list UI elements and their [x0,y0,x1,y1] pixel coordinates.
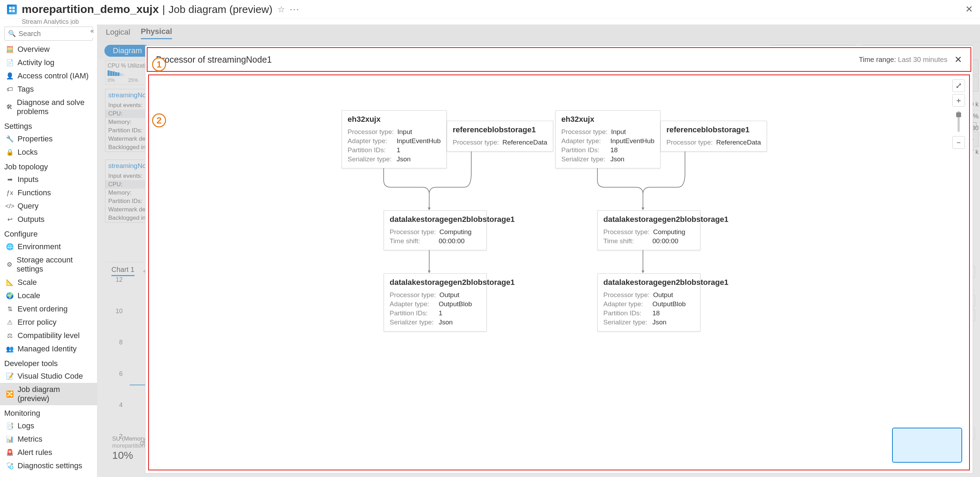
svg-rect-0 [9,6,11,9]
sidebar-item-scale[interactable]: 📐Scale [0,276,97,289]
environment-icon: 🌐 [6,243,13,250]
node-computing-1[interactable]: datalakestoragegen2blobstorage1 Processo… [383,210,487,250]
modal-body: eh32xujx Processor type:Input Adapter ty… [148,74,970,471]
svg-rect-2 [9,10,11,12]
sidebar-item-alert-rules[interactable]: 🚨Alert rules [0,446,97,459]
processor-modal: Processor of streamingNode1 Time range: … [145,46,973,474]
sidebar-item-label: Outputs [18,215,45,224]
sidebar-item-error-policy[interactable]: ⚠Error policy [0,316,97,329]
sidebar-item-overview[interactable]: 🧮Overview [0,43,97,56]
zoom-slider[interactable] [958,111,960,132]
svg-marker-6 [641,208,644,210]
sidebar-item-storage-account-settings[interactable]: ⚙Storage account settings [0,254,97,276]
sidebar-search-input[interactable] [19,30,97,38]
zoom-fit-icon[interactable]: ⤢ [952,79,965,92]
access-icon: 👤 [6,73,13,79]
sidebar-item-environment[interactable]: 🌐Environment [0,240,97,254]
section-automation: Automation [0,472,97,477]
minimap[interactable] [892,428,962,463]
node-input-eh32xujx-1[interactable]: eh32xujx Processor type:Input Adapter ty… [342,110,447,168]
sidebar-item-logs[interactable]: 📑Logs [0,419,97,433]
compatibility-icon: ⚖ [6,332,13,339]
sidebar-item-properties[interactable]: 🔧Properties [0,132,97,146]
diagnostic-icon: 🩺 [6,462,13,469]
zoom-out-icon[interactable]: － [952,136,965,149]
logs-icon: 📑 [6,422,13,429]
sidebar-item-compatibility-level[interactable]: ⚖Compatibility level [0,329,97,342]
storage-icon: ⚙ [6,261,12,268]
modal-zoom-toolbar[interactable]: ⤢ ＋ － [952,79,965,149]
diagnose-icon: 🛠 [6,104,13,111]
sidebar-item-outputs[interactable]: ↩Outputs [0,213,97,226]
modal-close-icon[interactable]: ✕ [955,54,962,65]
alert-icon: 🚨 [6,449,13,456]
modal-time-range: Time range: Last 30 minutes [859,55,947,64]
sidebar-item-label: Error policy [18,318,56,327]
modal-title: Processor of streamingNode1 [156,55,859,65]
visual-icon: 📝 [6,373,13,380]
node-input-eh32xujx-2[interactable]: eh32xujx Processor type:Input Adapter ty… [555,110,660,168]
node-output-2[interactable]: datalakestoragegen2blobstorage1 Processo… [597,273,700,331]
svg-rect-3 [12,10,15,12]
node-reference-1[interactable]: referenceblobstorage1 Processor type:Ref… [447,121,553,152]
svg-marker-7 [641,271,644,273]
sidebar-item-label: Diagnose and solve problems [17,98,91,116]
sidebar: 🔍 « 🧮Overview📄Activity log👤Access contro… [0,24,97,477]
job-icon: 🔀 [6,391,13,398]
sidebar-item-access-control-iam-[interactable]: 👤Access control (IAM) [0,69,97,82]
sidebar-item-functions[interactable]: ƒxFunctions [0,186,97,200]
sidebar-item-query[interactable]: </>Query [0,200,97,213]
annotation-2: 2 [152,113,166,127]
sidebar-item-event-ordering[interactable]: ⇅Event ordering [0,303,97,316]
event-icon: ⇅ [6,306,13,312]
sidebar-item-label: Compatibility level [18,331,80,340]
sidebar-item-diagnostic-settings[interactable]: 🩺Diagnostic settings [0,459,97,472]
sidebar-item-visual-studio-code[interactable]: 📝Visual Studio Code [0,369,97,383]
sidebar-item-managed-identity[interactable]: 👥Managed Identity [0,342,97,355]
sidebar-item-tags[interactable]: 🏷Tags [0,82,97,96]
sidebar-item-diagnose-and-solve-problems[interactable]: 🛠Diagnose and solve problems [0,96,97,118]
sidebar-item-label: Diagnostic settings [18,461,82,471]
node-output-1[interactable]: datalakestoragegen2blobstorage1 Processo… [383,273,487,331]
title-separator: | [162,3,165,16]
sidebar-item-label: Job diagram (preview) [18,385,91,403]
sidebar-item-label: Metrics [18,435,42,444]
sidebar-item-label: Query [18,201,38,211]
zoom-in-icon[interactable]: ＋ [952,94,965,107]
svg-marker-4 [428,208,431,210]
svg-marker-5 [428,271,431,273]
close-blade-icon[interactable]: ✕ [965,4,973,15]
section-settings: Settings [0,118,97,132]
search-icon: 🔍 [8,30,16,38]
sidebar-item-job-diagram-preview-[interactable]: 🔀Job diagram (preview) [0,383,97,405]
sidebar-item-label: Overview [18,45,50,54]
sidebar-item-label: Locale [18,291,40,300]
sidebar-item-label: Visual Studio Code [18,372,83,381]
sidebar-item-locks[interactable]: 🔒Locks [0,146,97,159]
error-icon: ⚠ [6,319,13,326]
activity-icon: 📄 [6,59,13,66]
sidebar-item-metrics[interactable]: 📊Metrics [0,433,97,446]
more-icon[interactable]: ⋯ [290,3,299,15]
favorite-star-icon[interactable]: ☆ [277,5,285,14]
node-computing-2[interactable]: datalakestoragegen2blobstorage1 Processo… [597,210,700,250]
locale-icon: 🌍 [6,292,13,299]
svg-rect-1 [12,6,15,9]
scale-icon: 📐 [6,279,13,286]
sidebar-item-label: Inputs [18,175,38,184]
tags-icon: 🏷 [6,86,13,93]
sidebar-collapse-icon[interactable]: « [91,27,94,35]
sidebar-item-locale[interactable]: 🌍Locale [0,289,97,303]
section-job-topology: Job topology [0,159,97,173]
modal-header: Processor of streamingNode1 Time range: … [147,47,971,72]
sidebar-item-activity-log[interactable]: 📄Activity log [0,56,97,69]
metrics-icon: 📊 [6,436,13,443]
resource-icon [7,5,17,14]
sidebar-item-inputs[interactable]: ➡Inputs [0,173,97,186]
node-reference-2[interactable]: referenceblobstorage1 Processor type:Ref… [660,121,767,152]
properties-icon: 🔧 [6,135,13,143]
processor-diagram-canvas[interactable]: eh32xujx Processor type:Input Adapter ty… [149,75,969,470]
section-monitoring: Monitoring [0,405,97,419]
sidebar-search[interactable]: 🔍 [4,27,93,41]
section-title: Job diagram (preview) [169,3,273,16]
